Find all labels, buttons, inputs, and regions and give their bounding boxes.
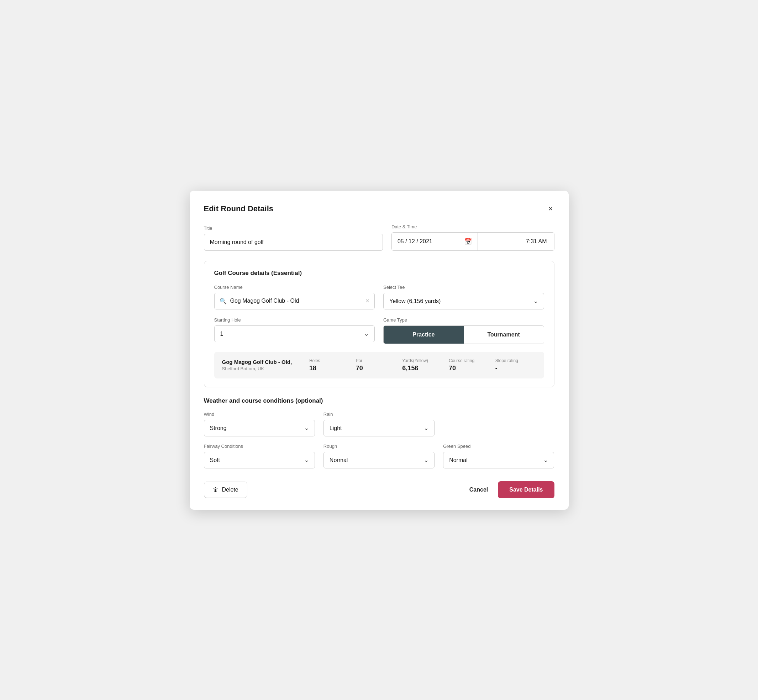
golf-course-section: Golf Course details (Essential) Course N… <box>204 261 554 388</box>
fairway-rough-green-row: Fairway Conditions Firm Normal Soft Wet … <box>204 444 554 469</box>
green-speed-select-wrap: Slow Normal Fast Very Fast ⌄ <box>443 452 554 469</box>
title-input[interactable] <box>204 234 383 251</box>
slope-rating-stat: Slope rating - <box>495 358 536 372</box>
holes-value: 18 <box>309 364 316 372</box>
fairway-group: Fairway Conditions Firm Normal Soft Wet … <box>204 444 315 469</box>
select-tee-input[interactable]: Yellow (6,156 yards) <box>383 293 544 309</box>
starting-hole-wrap: 1 2 10 ⌄ <box>214 325 375 342</box>
game-type-label: Game Type <box>383 317 544 323</box>
rough-select-wrap: Short Normal Long ⌄ <box>324 452 434 469</box>
wind-select[interactable]: Calm Light Moderate Strong Very Strong <box>204 420 315 436</box>
par-stat: Par 70 <box>356 358 397 372</box>
course-rating-stat: Course rating 70 <box>449 358 490 372</box>
game-type-toggle: Practice Tournament <box>383 325 544 344</box>
green-speed-select[interactable]: Slow Normal Fast Very Fast <box>443 452 554 469</box>
course-name-tee-row: Course Name 🔍 × Select Tee Yellow (6,156… <box>214 284 544 309</box>
wind-select-wrap: Calm Light Moderate Strong Very Strong ⌄ <box>204 420 315 436</box>
top-section: Title Date & Time 05 / 12 / 2021 📅 7:31 … <box>204 224 554 251</box>
select-tee-label: Select Tee <box>383 284 544 290</box>
starting-hole-label: Starting Hole <box>214 317 375 323</box>
tournament-button[interactable]: Tournament <box>464 326 544 344</box>
green-speed-label: Green Speed <box>443 444 554 449</box>
edit-round-modal: Edit Round Details × Title Date & Time 0… <box>190 191 568 510</box>
slope-rating-value: - <box>495 364 498 372</box>
datetime-label: Date & Time <box>392 224 554 230</box>
rain-select-wrap: None Light Moderate Heavy ⌄ <box>324 420 434 436</box>
course-info-name: Gog Magog Golf Club - Old, Shelford Bott… <box>222 359 304 371</box>
rough-label: Rough <box>324 444 434 449</box>
modal-title: Edit Round Details <box>204 204 274 213</box>
course-info-row: Gog Magog Golf Club - Old, Shelford Bott… <box>214 352 544 378</box>
save-button[interactable]: Save Details <box>498 481 554 498</box>
holes-stat: Holes 18 <box>309 358 350 372</box>
course-location: Shelford Bottom, UK <box>222 366 304 371</box>
select-tee-group: Select Tee Yellow (6,156 yards) ⌄ <box>383 284 544 309</box>
delete-label: Delete <box>222 487 238 493</box>
time-field[interactable]: 7:31 AM <box>478 233 554 250</box>
weather-section-title: Weather and course conditions (optional) <box>204 397 554 405</box>
fairway-label: Fairway Conditions <box>204 444 315 449</box>
cancel-button[interactable]: Cancel <box>469 487 488 493</box>
course-name-input[interactable] <box>230 298 366 304</box>
holes-label: Holes <box>309 358 320 363</box>
rain-label: Rain <box>324 411 434 417</box>
wind-rain-row: Wind Calm Light Moderate Strong Very Str… <box>204 411 554 436</box>
practice-button[interactable]: Practice <box>384 326 464 344</box>
weather-section: Weather and course conditions (optional)… <box>204 397 554 469</box>
slope-rating-label: Slope rating <box>495 358 518 363</box>
course-name-display: Gog Magog Golf Club - Old, <box>222 359 304 365</box>
yards-stat: Yards(Yellow) 6,156 <box>402 358 443 372</box>
clear-icon[interactable]: × <box>365 297 370 305</box>
golf-section-title: Golf Course details (Essential) <box>214 270 544 277</box>
footer-right: Cancel Save Details <box>469 481 554 498</box>
title-field-group: Title <box>204 225 383 251</box>
fairway-select-wrap: Firm Normal Soft Wet ⌄ <box>204 452 315 469</box>
time-value: 7:31 AM <box>526 238 547 245</box>
title-label: Title <box>204 225 383 231</box>
close-button[interactable]: × <box>547 203 554 214</box>
par-label: Par <box>356 358 363 363</box>
course-rating-value: 70 <box>449 364 456 372</box>
calendar-icon: 📅 <box>464 238 472 245</box>
course-name-label: Course Name <box>214 284 375 290</box>
rough-select[interactable]: Short Normal Long <box>324 452 434 469</box>
modal-header: Edit Round Details × <box>204 203 554 214</box>
wind-label: Wind <box>204 411 315 417</box>
starting-hole-gametype-row: Starting Hole 1 2 10 ⌄ Game Type Practic… <box>214 317 544 344</box>
fairway-select[interactable]: Firm Normal Soft Wet <box>204 452 315 469</box>
search-icon: 🔍 <box>219 298 227 305</box>
datetime-row: 05 / 12 / 2021 📅 7:31 AM <box>392 232 554 251</box>
course-name-input-wrap[interactable]: 🔍 × <box>214 293 375 309</box>
date-value: 05 / 12 / 2021 <box>398 238 432 245</box>
course-rating-label: Course rating <box>449 358 475 363</box>
yards-value: 6,156 <box>402 364 418 372</box>
date-field[interactable]: 05 / 12 / 2021 📅 <box>392 233 478 250</box>
rough-group: Rough Short Normal Long ⌄ <box>324 444 434 469</box>
datetime-field-group: Date & Time 05 / 12 / 2021 📅 7:31 AM <box>392 224 554 251</box>
delete-button[interactable]: 🗑 Delete <box>204 481 247 498</box>
modal-footer: 🗑 Delete Cancel Save Details <box>204 478 554 498</box>
trash-icon: 🗑 <box>213 487 219 493</box>
rain-select[interactable]: None Light Moderate Heavy <box>324 420 434 436</box>
green-speed-group: Green Speed Slow Normal Fast Very Fast ⌄ <box>443 444 554 469</box>
game-type-group: Game Type Practice Tournament <box>383 317 544 344</box>
starting-hole-group: Starting Hole 1 2 10 ⌄ <box>214 317 375 344</box>
par-value: 70 <box>356 364 363 372</box>
rain-group: Rain None Light Moderate Heavy ⌄ <box>324 411 434 436</box>
wind-group: Wind Calm Light Moderate Strong Very Str… <box>204 411 315 436</box>
select-tee-wrap: Yellow (6,156 yards) ⌄ <box>383 293 544 309</box>
course-name-group: Course Name 🔍 × <box>214 284 375 309</box>
starting-hole-input[interactable]: 1 2 10 <box>214 325 375 342</box>
yards-label: Yards(Yellow) <box>402 358 428 363</box>
